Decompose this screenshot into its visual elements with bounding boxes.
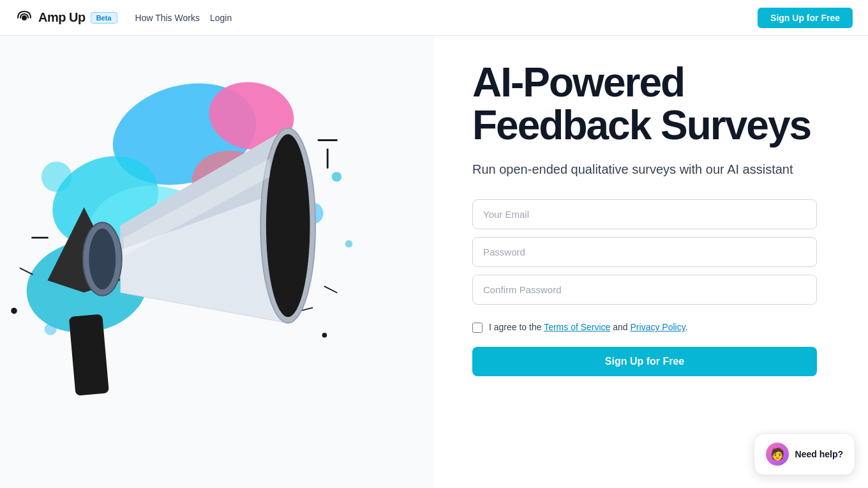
radio-icon <box>15 9 33 27</box>
svg-line-19 <box>324 286 336 293</box>
email-form-group <box>472 199 817 229</box>
nav-link-login[interactable]: Login <box>210 13 232 23</box>
nav-signup-button[interactable]: Sign Up for Free <box>758 8 853 28</box>
left-panel <box>0 36 434 488</box>
svg-point-14 <box>45 323 57 335</box>
headline-line1: AI-Powered <box>472 61 817 104</box>
nav-link-how-this-works[interactable]: How This Works <box>135 13 200 23</box>
svg-point-0 <box>22 15 27 20</box>
beta-badge: Beta <box>91 12 117 24</box>
nav-links: How This Works Login <box>135 13 232 23</box>
svg-point-30 <box>266 134 310 317</box>
privacy-policy-link[interactable]: Privacy Policy <box>631 322 685 332</box>
megaphone-illustration <box>0 55 357 451</box>
navbar: Amp Up Beta How This Works Login Sign Up… <box>0 0 868 36</box>
confirm-password-form-group <box>472 275 817 305</box>
svg-point-32 <box>89 229 116 289</box>
terms-checkbox[interactable] <box>472 323 483 333</box>
chat-label: Need help? <box>795 449 843 459</box>
password-form-group <box>472 237 817 267</box>
confirm-password-field[interactable] <box>472 275 817 305</box>
subheadline: Run open-ended qualitative surveys with … <box>472 160 817 179</box>
svg-point-13 <box>345 240 352 247</box>
submit-button[interactable]: Sign Up for Free <box>472 347 817 376</box>
chat-widget[interactable]: 🧑 Need help? <box>754 433 855 475</box>
svg-point-24 <box>322 333 327 338</box>
terms-suffix: . <box>685 322 688 332</box>
password-field[interactable] <box>472 237 817 267</box>
terms-text: I agree to the Terms of Service and Priv… <box>489 321 688 334</box>
chat-avatar: 🧑 <box>766 443 789 466</box>
terms-row: I agree to the Terms of Service and Priv… <box>472 321 817 334</box>
logo-text: Amp Up <box>38 10 86 25</box>
illustration-container <box>0 36 434 488</box>
svg-point-12 <box>332 172 341 181</box>
main-content: AI-Powered Feedback Surveys Run open-end… <box>0 36 868 488</box>
email-field[interactable] <box>472 199 817 229</box>
logo-area: Amp Up Beta <box>15 9 117 27</box>
svg-point-23 <box>11 308 17 314</box>
svg-line-18 <box>20 268 33 275</box>
headline-line2: Feedback Surveys <box>472 104 817 147</box>
svg-rect-25 <box>69 314 109 396</box>
terms-of-service-link[interactable]: Terms of Service <box>544 322 610 332</box>
terms-prefix: I agree to the <box>489 322 544 332</box>
right-panel: AI-Powered Feedback Surveys Run open-end… <box>434 36 868 488</box>
terms-middle: and <box>610 322 630 332</box>
svg-point-10 <box>41 162 72 192</box>
